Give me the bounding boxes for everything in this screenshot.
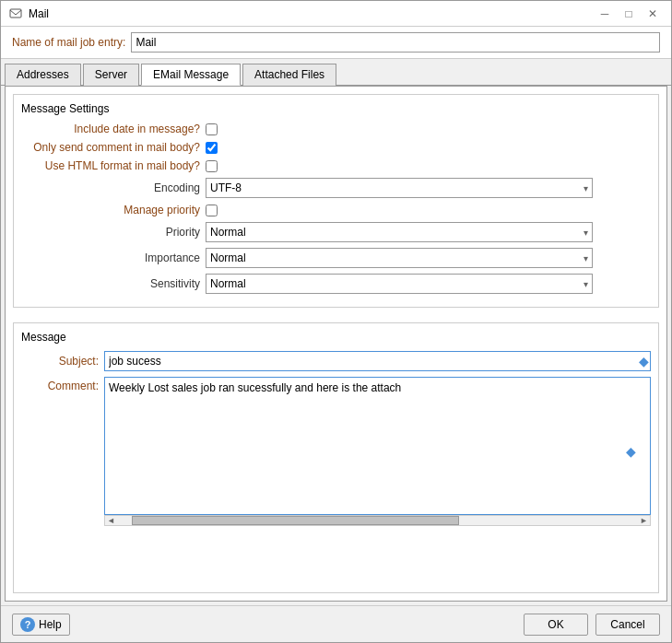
include-date-label: Include date in message? (21, 123, 206, 135)
priority-label: Priority (21, 226, 206, 239)
sensitivity-label: Sensitivity (21, 277, 206, 290)
importance-dropdown-arrow: ▾ (584, 253, 588, 263)
priority-value: Normal (210, 226, 246, 239)
priority-row: Priority Normal ▾ (21, 222, 651, 242)
footer-buttons: OK Cancel (524, 614, 660, 636)
importance-label: Importance (21, 251, 206, 264)
priority-dropdown-arrow: ▾ (584, 228, 588, 238)
maximize-button[interactable]: □ (618, 5, 640, 23)
encoding-dropdown-arrow: ▾ (584, 183, 588, 193)
footer: ? Help OK Cancel (1, 605, 671, 642)
help-button[interactable]: ? Help (12, 614, 70, 636)
importance-value: Normal (210, 251, 246, 264)
message-title: Message (21, 331, 651, 344)
tab-server[interactable]: Server (83, 64, 139, 86)
tab-attached-files[interactable]: Attached Files (242, 64, 336, 86)
help-label: Help (39, 618, 62, 631)
subject-label: Subject: (21, 355, 104, 368)
comment-diamond-icon: ◆ (626, 444, 636, 459)
comment-textarea[interactable] (104, 377, 651, 515)
encoding-row: Encoding UTF-8 ▾ (21, 178, 651, 198)
tabs-bar: Addresses Server EMail Message Attached … (1, 59, 671, 86)
manage-priority-checkbox[interactable] (206, 205, 218, 216)
message-section: Message Subject: ◆ Comment: ◆ ◄ ► (13, 322, 659, 593)
priority-dropdown[interactable]: Normal ▾ (206, 222, 593, 242)
subject-input-wrapper: ◆ (104, 351, 651, 371)
only-send-comment-checkbox[interactable] (206, 142, 218, 154)
include-date-row: Include date in message? (21, 123, 651, 135)
use-html-checkbox[interactable] (206, 160, 218, 172)
sensitivity-row: Sensitivity Normal ▾ (21, 274, 651, 294)
name-input[interactable] (131, 32, 660, 53)
scroll-left-icon[interactable]: ◄ (105, 516, 117, 525)
comment-row: Comment: ◆ ◄ ► (21, 377, 651, 526)
sensitivity-value: Normal (210, 277, 246, 290)
help-icon: ? (20, 617, 35, 632)
close-button[interactable]: ✕ (642, 5, 664, 23)
message-settings-section: Message Settings Include date in message… (13, 94, 659, 308)
message-settings-title: Message Settings (21, 102, 651, 115)
sensitivity-dropdown-arrow: ▾ (584, 279, 588, 289)
mail-window: Mail ─ □ ✕ Name of mail job entry: Addre… (0, 0, 672, 643)
encoding-dropdown[interactable]: UTF-8 ▾ (206, 178, 593, 198)
importance-dropdown[interactable]: Normal ▾ (206, 248, 593, 268)
encoding-value: UTF-8 (210, 181, 242, 194)
subject-input[interactable] (104, 351, 651, 371)
comment-horizontal-scrollbar[interactable]: ◄ ► (104, 515, 651, 526)
tab-email-message[interactable]: EMail Message (141, 64, 241, 86)
content-area: Message Settings Include date in message… (5, 86, 667, 602)
use-html-label: Use HTML format in mail body? (21, 159, 206, 172)
name-row: Name of mail job entry: (1, 27, 671, 59)
window-title: Mail (29, 7, 594, 20)
svg-rect-0 (10, 9, 21, 18)
importance-row: Importance Normal ▾ (21, 248, 651, 268)
scroll-right-icon[interactable]: ► (638, 516, 650, 525)
only-send-comment-label: Only send comment in mail body? (21, 141, 206, 154)
ok-button[interactable]: OK (524, 614, 588, 636)
comment-label: Comment: (21, 377, 104, 392)
comment-wrapper: ◆ ◄ ► (104, 377, 651, 526)
include-date-checkbox[interactable] (206, 123, 218, 135)
scrollbar-thumb[interactable] (132, 516, 459, 525)
sensitivity-dropdown[interactable]: Normal ▾ (206, 274, 593, 294)
cancel-button[interactable]: Cancel (595, 614, 660, 636)
window-controls: ─ □ ✕ (594, 5, 664, 23)
app-icon (8, 6, 23, 21)
minimize-button[interactable]: ─ (594, 5, 616, 23)
tab-addresses[interactable]: Addresses (5, 64, 81, 86)
only-send-comment-row: Only send comment in mail body? (21, 141, 651, 154)
encoding-label: Encoding (21, 181, 206, 194)
name-label: Name of mail job entry: (12, 36, 125, 49)
subject-diamond-icon: ◆ (639, 354, 649, 368)
title-bar: Mail ─ □ ✕ (1, 1, 671, 27)
manage-priority-row: Manage priority (21, 204, 651, 216)
manage-priority-label: Manage priority (21, 204, 206, 216)
subject-row: Subject: ◆ (21, 351, 651, 371)
use-html-row: Use HTML format in mail body? (21, 159, 651, 172)
